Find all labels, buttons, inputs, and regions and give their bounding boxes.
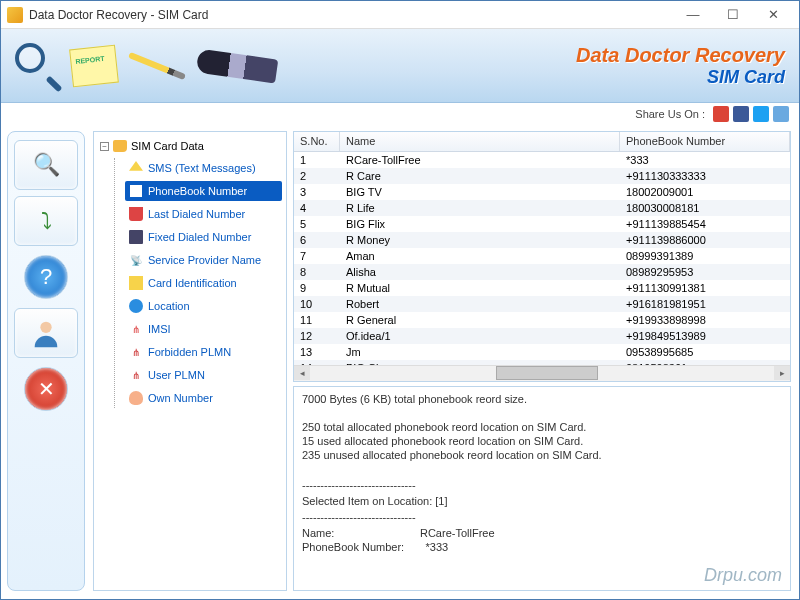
info-total-size: 7000 Bytes (6 KB) total phonebook reord … <box>302 393 782 405</box>
card-icon <box>129 276 143 290</box>
table-row[interactable]: 11R General+919933898998 <box>294 312 790 328</box>
minimize-button[interactable]: — <box>673 4 713 26</box>
tree-item-imsi[interactable]: ⋔IMSI <box>125 319 282 339</box>
cell-sno: 3 <box>294 185 340 199</box>
right-panel: S.No. Name PhoneBook Number 1RCare-TollF… <box>293 131 791 591</box>
cell-number: +919849513989 <box>620 329 790 343</box>
tree-root[interactable]: − SIM Card Data <box>98 138 282 154</box>
cell-number: 180030008181 <box>620 201 790 215</box>
close-button[interactable]: ✕ <box>753 4 793 26</box>
info-used-alloc: 15 used allocated phonebook reord locati… <box>302 435 782 447</box>
exit-button[interactable]: ✕ <box>24 367 68 411</box>
table-row[interactable]: 9R Mutual+911130991381 <box>294 280 790 296</box>
table-row[interactable]: 3BIG TV18002009001 <box>294 184 790 200</box>
magnifier-icon <box>15 43 61 89</box>
scroll-thumb[interactable] <box>496 366 598 380</box>
info-unused-alloc: 235 unused allocated phonebook reord loc… <box>302 449 782 461</box>
titlebar: Data Doctor Recovery - SIM Card — ☐ ✕ <box>1 1 799 29</box>
tree-item-phonebook[interactable]: PhoneBook Number <box>125 181 282 201</box>
cell-name: Robert <box>340 297 620 311</box>
scroll-right-icon[interactable]: ▸ <box>774 366 790 380</box>
cell-name: BIG TV <box>340 185 620 199</box>
tree-item-service-provider[interactable]: 📡Service Provider Name <box>125 250 282 270</box>
tree-item-card-id[interactable]: Card Identification <box>125 273 282 293</box>
pen-icon <box>196 48 279 83</box>
share-icon[interactable] <box>773 106 789 122</box>
help-button[interactable]: ? <box>24 255 68 299</box>
cell-sno: 8 <box>294 265 340 279</box>
cell-number: 08999391389 <box>620 249 790 263</box>
table-row[interactable]: 1RCare-TollFree*333 <box>294 152 790 168</box>
tree-panel: − SIM Card Data SMS (Text Messages) Phon… <box>93 131 287 591</box>
brand-title: Data Doctor Recovery SIM Card <box>576 44 785 88</box>
banner-art: REPORT <box>15 43 277 89</box>
cell-number: +911139886000 <box>620 233 790 247</box>
table-row[interactable]: 2R Care+911130333333 <box>294 168 790 184</box>
collapse-icon[interactable]: − <box>100 142 109 151</box>
cell-name: Alisha <box>340 265 620 279</box>
tree-item-own-number[interactable]: Own Number <box>125 388 282 408</box>
info-panel: 7000 Bytes (6 KB) total phonebook reord … <box>293 386 791 591</box>
table-row[interactable]: 5BIG Flix+911139885454 <box>294 216 790 232</box>
table-row[interactable]: 12Of.idea/1+919849513989 <box>294 328 790 344</box>
scroll-left-icon[interactable]: ◂ <box>294 366 310 380</box>
sim-card-icon <box>113 140 127 152</box>
info-total-alloc: 250 total allocated phonebook reord loca… <box>302 421 782 433</box>
horizontal-scrollbar[interactable]: ◂ ▸ <box>294 365 790 381</box>
tree-item-location[interactable]: Location <box>125 296 282 316</box>
table-header: S.No. Name PhoneBook Number <box>294 132 790 152</box>
info-name-row: Name: RCare-TollFree <box>302 527 782 539</box>
cell-number: 08989295953 <box>620 265 790 279</box>
maximize-button[interactable]: ☐ <box>713 4 753 26</box>
cell-number: 18002009001 <box>620 185 790 199</box>
facebook-icon[interactable] <box>733 106 749 122</box>
cell-sno: 5 <box>294 217 340 231</box>
cell-number: *333 <box>620 153 790 167</box>
phonebook-table: S.No. Name PhoneBook Number 1RCare-TollF… <box>293 131 791 382</box>
cell-name: Jm <box>340 345 620 359</box>
tree-item-forbidden-plmn[interactable]: ⋔Forbidden PLMN <box>125 342 282 362</box>
table-row[interactable]: 6R Money+911139886000 <box>294 232 790 248</box>
svg-point-0 <box>40 322 51 333</box>
cell-number: +911130333333 <box>620 169 790 183</box>
scan-sim-button[interactable]: 🔍 <box>14 140 78 190</box>
cell-name: R Mutual <box>340 281 620 295</box>
cell-sno: 11 <box>294 313 340 327</box>
col-sno[interactable]: S.No. <box>294 132 340 151</box>
cell-sno: 1 <box>294 153 340 167</box>
table-row[interactable]: 10Robert+916181981951 <box>294 296 790 312</box>
antenna-icon: 📡 <box>129 253 143 267</box>
col-number[interactable]: PhoneBook Number <box>620 132 790 151</box>
share-label: Share Us On : <box>635 108 705 120</box>
watermark: Drpu.com <box>704 565 782 586</box>
tree-item-sms[interactable]: SMS (Text Messages) <box>125 158 282 178</box>
last-dialed-icon <box>129 207 143 221</box>
cell-sno: 2 <box>294 169 340 183</box>
app-icon <box>7 7 23 23</box>
scroll-track[interactable] <box>310 366 774 380</box>
cell-number: +916181981951 <box>620 297 790 311</box>
cell-name: R General <box>340 313 620 327</box>
user-plmn-icon: ⋔ <box>129 368 143 382</box>
tree-item-user-plmn[interactable]: ⋔User PLMN <box>125 365 282 385</box>
cell-sno: 12 <box>294 329 340 343</box>
user-button[interactable] <box>14 308 78 358</box>
table-row[interactable]: 7Aman08999391389 <box>294 248 790 264</box>
info-number-row: PhoneBook Number: *333 <box>302 541 782 553</box>
cell-name: R Money <box>340 233 620 247</box>
pencil-icon <box>128 51 186 79</box>
table-row[interactable]: 8Alisha08989295953 <box>294 264 790 280</box>
cell-number: 09538995685 <box>620 345 790 359</box>
save-button[interactable]: ⤵ <box>14 196 78 246</box>
tree-item-fixed-dialed[interactable]: Fixed Dialed Number <box>125 227 282 247</box>
tree-item-last-dialed[interactable]: Last Dialed Number <box>125 204 282 224</box>
cell-sno: 6 <box>294 233 340 247</box>
table-row[interactable]: 4R Life180030008181 <box>294 200 790 216</box>
person-icon <box>129 391 143 405</box>
table-row[interactable]: 13Jm09538995685 <box>294 344 790 360</box>
twitter-icon[interactable] <box>753 106 769 122</box>
col-name[interactable]: Name <box>340 132 620 151</box>
googleplus-icon[interactable] <box>713 106 729 122</box>
forbidden-plmn-icon: ⋔ <box>129 345 143 359</box>
banner: REPORT Data Doctor Recovery SIM Card <box>1 29 799 103</box>
